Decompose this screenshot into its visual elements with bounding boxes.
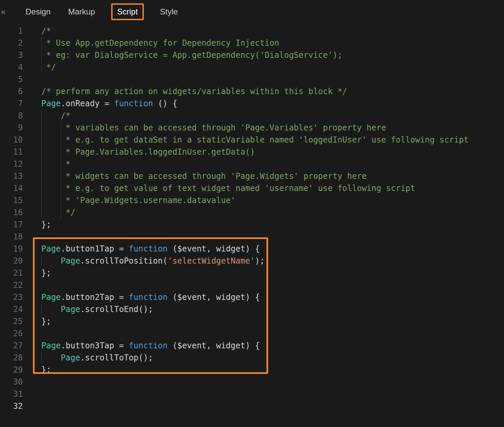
line-number: 20 bbox=[0, 255, 23, 267]
line-number: 13 bbox=[0, 170, 23, 182]
line-number: 8 bbox=[0, 110, 23, 122]
line-number: 21 bbox=[0, 267, 23, 279]
indent-guide bbox=[61, 206, 61, 219]
tab-style[interactable]: Style bbox=[159, 3, 179, 20]
tab-list: DesignMarkupScriptStyle bbox=[24, 3, 179, 20]
indent-guide bbox=[41, 134, 42, 146]
line-number: 22 bbox=[0, 279, 23, 291]
line-number: 11 bbox=[0, 146, 23, 158]
code-text: Page.button3Tap = function ($event, widg… bbox=[41, 340, 260, 352]
line-number: 7 bbox=[0, 98, 23, 110]
code-text: }; bbox=[41, 267, 51, 279]
code-line-12[interactable]: 12 * bbox=[0, 158, 504, 170]
script-editor-app: « DesignMarkupScriptStyle 1/*2 * Use App… bbox=[0, 0, 504, 427]
code-line-5[interactable]: 5 bbox=[0, 73, 504, 85]
code-line-28[interactable]: 28 Page.scrollToTop(); bbox=[0, 352, 504, 364]
indent-guide bbox=[41, 303, 42, 315]
code-line-1[interactable]: 1/* bbox=[0, 25, 504, 37]
code-text: /* perform any action on widgets/variabl… bbox=[41, 85, 347, 98]
code-text: }; bbox=[41, 364, 51, 376]
line-number: 9 bbox=[0, 122, 23, 134]
line-number: 28 bbox=[0, 352, 23, 364]
code-line-20[interactable]: 20 Page.scrollToPosition('selectWidgetNa… bbox=[0, 255, 504, 267]
code-line-7[interactable]: 7Page.onReady = function () { bbox=[0, 98, 504, 110]
code-line-10[interactable]: 10 * e.g. to get dataSet in a staticVari… bbox=[0, 134, 504, 146]
indent-guide bbox=[41, 206, 42, 219]
indent-guide bbox=[41, 49, 42, 61]
code-line-16[interactable]: 16 */ bbox=[0, 206, 504, 219]
line-number: 15 bbox=[0, 194, 23, 206]
indent-guide bbox=[61, 194, 61, 206]
indent-guide bbox=[41, 182, 42, 194]
line-number: 5 bbox=[0, 73, 23, 85]
code-line-30[interactable]: 30 bbox=[0, 376, 504, 388]
line-number: 12 bbox=[0, 158, 23, 170]
code-line-26[interactable]: 26 bbox=[0, 327, 504, 340]
indent-guide bbox=[61, 122, 61, 134]
code-line-19[interactable]: 19Page.button1Tap = function ($event, wi… bbox=[0, 243, 504, 255]
code-text: * variables can be accessed through 'Pag… bbox=[41, 122, 386, 134]
code-line-29[interactable]: 29}; bbox=[0, 364, 504, 376]
indent-guide bbox=[61, 158, 61, 170]
code-text: */ bbox=[41, 61, 56, 73]
line-number: 29 bbox=[0, 364, 23, 376]
line-number: 18 bbox=[0, 231, 23, 243]
code-line-24[interactable]: 24 Page.scrollToEnd(); bbox=[0, 303, 504, 315]
code-line-2[interactable]: 2 * Use App.getDependency for Dependency… bbox=[0, 37, 504, 49]
line-number: 27 bbox=[0, 340, 23, 352]
tab-design[interactable]: Design bbox=[24, 3, 52, 20]
line-number: 10 bbox=[0, 134, 23, 146]
code-text: Page.scrollToPosition('selectWidgetName'… bbox=[41, 255, 265, 267]
code-line-8[interactable]: 8 /* bbox=[0, 110, 504, 122]
code-text: Page.onReady = function () { bbox=[41, 98, 177, 110]
line-number: 16 bbox=[0, 206, 23, 219]
indent-guide bbox=[41, 194, 42, 206]
code-text: /* bbox=[41, 25, 51, 37]
code-line-11[interactable]: 11 * Page.Variables.loggedInUser.getData… bbox=[0, 146, 504, 158]
code-line-23[interactable]: 23Page.button2Tap = function ($event, wi… bbox=[0, 291, 504, 303]
indent-guide bbox=[41, 37, 42, 49]
indent-guide bbox=[41, 170, 42, 182]
code-line-17[interactable]: 17}; bbox=[0, 219, 504, 231]
code-lines: 1/*2 * Use App.getDependency for Depende… bbox=[0, 25, 504, 412]
code-line-6[interactable]: 6/* perform any action on widgets/variab… bbox=[0, 85, 504, 98]
code-line-15[interactable]: 15 * 'Page.Widgets.username.datavalue' bbox=[0, 194, 504, 206]
indent-guide bbox=[61, 134, 61, 146]
code-text: Page.button2Tap = function ($event, widg… bbox=[41, 291, 260, 303]
tab-markup[interactable]: Markup bbox=[67, 3, 96, 20]
indent-guide bbox=[41, 255, 42, 267]
code-line-4[interactable]: 4 */ bbox=[0, 61, 504, 73]
code-line-3[interactable]: 3 * eg: var DialogService = App.getDepen… bbox=[0, 49, 504, 61]
line-number: 1 bbox=[0, 25, 23, 37]
code-line-18[interactable]: 18 bbox=[0, 231, 504, 243]
line-number: 17 bbox=[0, 219, 23, 231]
code-line-25[interactable]: 25}; bbox=[0, 315, 504, 327]
code-line-32[interactable]: 32 bbox=[0, 400, 504, 412]
code-text: */ bbox=[41, 206, 75, 219]
collapse-panel-icon[interactable]: « bbox=[1, 7, 5, 16]
code-text: * e.g. to get value of text widget named… bbox=[41, 182, 415, 194]
line-number: 6 bbox=[0, 85, 23, 98]
code-text: Page.scrollToTop(); bbox=[41, 352, 153, 364]
line-number: 25 bbox=[0, 315, 23, 327]
code-line-9[interactable]: 9 * variables can be accessed through 'P… bbox=[0, 122, 504, 134]
code-text: Page.button1Tap = function ($event, widg… bbox=[41, 243, 260, 255]
code-line-27[interactable]: 27Page.button3Tap = function ($event, wi… bbox=[0, 340, 504, 352]
indent-guide bbox=[41, 61, 42, 73]
code-line-22[interactable]: 22 bbox=[0, 279, 504, 291]
indent-guide bbox=[41, 122, 42, 134]
indent-guide bbox=[41, 146, 42, 158]
line-number: 30 bbox=[0, 376, 23, 388]
code-text: * Use App.getDependency for Dependency I… bbox=[41, 37, 279, 49]
code-line-21[interactable]: 21}; bbox=[0, 267, 504, 279]
code-text: * Page.Variables.loggedInUser.getData() bbox=[41, 146, 255, 158]
code-line-14[interactable]: 14 * e.g. to get value of text widget na… bbox=[0, 182, 504, 194]
tab-script[interactable]: Script bbox=[111, 3, 144, 20]
line-number: 26 bbox=[0, 327, 23, 340]
code-line-13[interactable]: 13 * widgets can be accessed through 'Pa… bbox=[0, 170, 504, 182]
indent-guide bbox=[41, 158, 42, 170]
code-text: /* bbox=[41, 110, 71, 122]
code-text: Page.scrollToEnd(); bbox=[41, 303, 153, 315]
code-editor[interactable]: 1/*2 * Use App.getDependency for Depende… bbox=[0, 24, 504, 427]
code-line-31[interactable]: 31 bbox=[0, 388, 504, 400]
